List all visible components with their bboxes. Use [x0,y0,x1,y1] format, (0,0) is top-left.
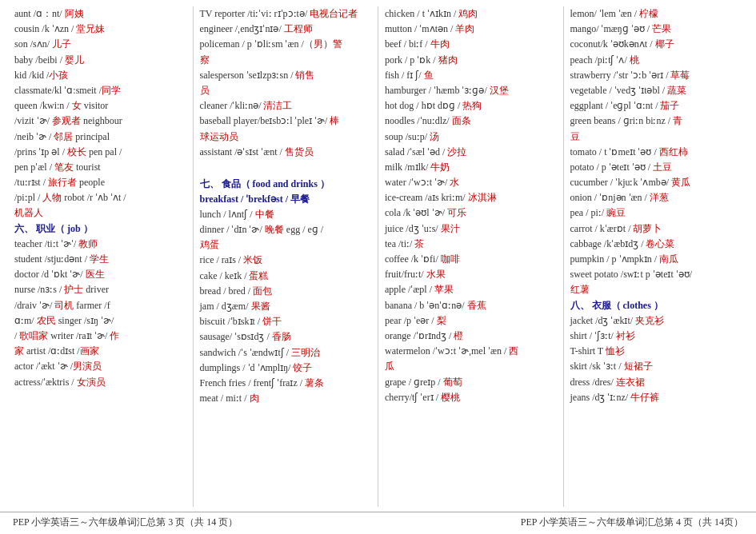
word-line: dinner / ˈdɪn ˈɚ/ 晚餐 egg / eɡ / [200,222,372,237]
word-line: rice / raɪs / 米饭 [200,253,372,268]
word-line: chicken / t ˈʌɪkɪn / 鸡肉 [385,6,557,22]
word-line: cleaner /ˈkliːnə/ 清洁工 [200,98,372,114]
column-4: lemon/ ˈlem ˈæn / 柠檬mango/ ˈmæŋɡ ˈəʊ / 芒… [564,6,749,507]
word-line: cucumber / ˈkjuːk ˈʌmbə/ 黄瓜 [570,175,742,190]
word-line: sweet potato /swɪːt p ˈəteɪt ˈəʊ/ [570,267,742,282]
word-line: salad /ˈsæl ˈəd / 沙拉 [385,145,557,160]
word-line: coffee /k ˈɒfi/ 咖啡 [385,252,557,267]
word-line: vegetable / ˈvedʒ ˈɪtəbl / 蔬菜 [570,83,742,98]
word-line: queen /kwi:n / 女 visitor [14,98,186,114]
column-2: TV reporter /tiːˈviː rɪˈpɔːtə/ 电视台记者engi… [194,6,379,507]
word-line: grape / ɡreɪp / 葡萄 [385,375,557,390]
word-line: actress/ˈæktris / 女演员 [14,375,186,390]
word-line: soup /suːp/ 汤 [385,130,557,145]
word-line: actor /ˈækt ˈɚ /男演员 [14,359,186,374]
word-line: 机器人 [14,205,186,221]
word-line: / 歌唱家 writer /raɪt ˈɚ/ 作 [14,329,186,344]
word-line: ɑːm/ 农民 singer /sɪŋ ˈɚ/ [14,313,186,329]
column-3: chicken / t ˈʌɪkɪn / 鸡肉mutton / ˈmʌtən /… [378,6,564,507]
word-line: lunch / lʌntʃ / 中餐 [200,207,372,222]
word-line: lemon/ ˈlem ˈæn / 柠檬 [570,6,742,22]
word-line: dumplings / ˈd ˈʌmplɪŋ/ 饺子 [200,361,372,376]
word-line: dress /dres/ 连衣裙 [570,375,742,390]
word-line: carrot / kˈærɒt / 胡萝卜 [570,221,742,237]
word-line: baby /beibi / 婴儿 [14,53,186,68]
word-line: TV reporter /tiːˈviː rɪˈpɔːtə/ 电视台记者 [200,6,372,22]
word-line: onion / ˈɒnjən ˈæn / 洋葱 [570,190,742,205]
word-line: 红薯 [570,282,742,297]
word-line: tea /tiː/ 茶 [385,237,557,252]
word-line: milk /mɪlk/ 牛奶 [385,160,557,175]
word-line: green beans / ɡriːn biːnz / 青 [570,114,742,129]
page-container: aunt /ɑ：nt/ 阿姨cousin /k ˈʌzn / 堂兄妹son /s… [0,0,756,534]
word-line: eggplant / ˈeɡpl ˈɑːnt / 茄子 [570,98,742,114]
word-line: apple /ˈæpl / 苹果 [385,282,557,297]
word-line: cousin /k ˈʌzn / 堂兄妹 [14,22,186,37]
word-line: biscuit /ˈbɪskɪt / 饼干 [200,314,372,329]
word-line: pork / p ˈɒk / 猪肉 [385,53,557,68]
word-line: water /ˈwɔːt ˈɚ/ 水 [385,175,557,190]
word-line: hamburger / ˈhæmb ˈɜːɡə/ 汉堡 [385,83,557,98]
word-line: 八、 衣服（ clothes ） [570,298,742,313]
word-line: assistant /əˈsɪst ˈænt / 售货员 [200,145,372,160]
word-line: cherry/tʃ ˈerɪ / 樱桃 [385,390,557,405]
word-line: /tuːrɪst / 旅行者 people [14,175,186,190]
word-line: fish / fɪ ʃ/ 鱼 [385,68,557,83]
word-line: salesperson ˈseɪlzpɜːsn / 销售 [200,68,372,83]
word-line: fruit/fruːt/ 水果 [385,267,557,282]
word-line: sausage/ ˈsɒsɪdʒ / 香肠 [200,329,372,345]
column-1: aunt /ɑ：nt/ 阿姨cousin /k ˈʌzn / 堂兄妹son /s… [8,6,194,507]
word-line: /draiv ˈɚ/ 司机 farmer /f [14,298,186,313]
word-line: pen pˈæl / 笔友 tourist [14,160,186,175]
word-line: /vizit ˈɚ/ 参观者 neighbour [14,114,186,129]
word-line: coconut/k ˈəʊkənʌt / 椰子 [570,37,742,52]
word-line: kid /kid /小孩 [14,68,186,83]
word-line: cola /k ˈəʊl ˈɚ/ 可乐 [385,205,557,221]
word-line: doctor /d ˈɒkt ˈɚ/ 医生 [14,267,186,282]
word-line: nurse /nɜːs / 护士 driver [14,282,186,297]
word-line: hot dog / hɒt dɒɡ / 热狗 [385,98,557,114]
word-line: 家 artist /ɑːdɪst /画家 [14,344,186,359]
word-line: cabbage /kˈæbɪdʒ / 卷心菜 [570,237,742,252]
word-line: 员 [200,83,372,98]
word-line: engineer /ˌendʒɪˈnɪə/ 工程师 [200,22,372,37]
word-line: tomato / t ˈɒmeɪt ˈəʊ / 西红柿 [570,145,742,160]
word-line: mango/ ˈmæŋɡ ˈəʊ / 芒果 [570,22,742,37]
word-line: jeans /dʒ ˈɪːnz/ 牛仔裤 [570,390,742,405]
word-line: 察 [200,53,372,68]
word-line: 六、 职业（ job ） [14,221,186,237]
word-line: juice /dʒ ˈuːs/ 果汁 [385,221,557,237]
word-line: noodles /ˈnuːdlz/ 面条 [385,114,557,129]
columns-wrapper: aunt /ɑ：nt/ 阿姨cousin /k ˈʌzn / 堂兄妹son /s… [0,6,756,507]
word-line: aunt /ɑ：nt/ 阿姨 [14,6,186,22]
word-line: cake / keɪk / 蛋糕 [200,269,372,284]
word-line: classmate/kl ˈɑ:smeit /同学 [14,83,186,98]
word-line: 球运动员 [200,130,372,145]
word-line: bread / bred / 面包 [200,284,372,299]
footer-right: PEP 小学英语三～六年级单词汇总第 4 页（共 14页） [521,516,743,529]
word-line: skirt /sk ˈɜːt / 短裙子 [570,359,742,374]
word-line: baseball player/beɪsbɔːl ˈpleɪ ˈɚ/ 棒 [200,114,372,129]
word-line: orange /ˈɒrɪndʒ / 橙 [385,329,557,344]
word-line: jacket /dʒ ˈækɪt/ 夹克衫 [570,313,742,329]
word-line: ice-cream /aɪs kriːm/ 冰淇淋 [385,190,557,205]
word-line: 瓜 [385,359,557,374]
word-line: pear /p ˈeər / 梨 [385,313,557,329]
word-line: 七、 食品（ food and drinks ） [200,177,372,192]
word-line: /piːpl / 人物 robot /r ˈʌb ˈʌt / [14,190,186,205]
word-line: mutton / ˈmʌtən / 羊肉 [385,22,557,37]
word-line: /prins ˈɪp əl / 校长 pen pal / [14,145,186,160]
word-line: policeman / p ˈɒliːsm ˈæn /（男）警 [200,37,372,52]
word-line: teacher /tiːt ˈɚˈ/ 教师 [14,237,186,252]
word-line: son /sʌn/ 儿子 [14,37,186,52]
word-line: shirt / ˈʃɜːt/ 衬衫 [570,329,742,344]
word-line: pumpkin / p ˈʌmpkɪn / 南瓜 [570,252,742,267]
word-line: 鸡蛋 [200,237,372,253]
word-line: jam / dʒæm/ 果酱 [200,299,372,314]
word-line: watermelon /ˈwɔːt ˈɚˌmel ˈæn / 西 [385,344,557,359]
word-line: /neib ˈɚ / 邻居 principal [14,130,186,145]
word-line: sandwich /ˈs ˈændwɪtʃ / 三明治 [200,345,372,361]
word-line: meat / miːt / 肉 [200,391,372,406]
word-line: beef / biːf / 牛肉 [385,37,557,52]
word-line: strawberry /ˈstr ˈɔːb ˈərɪ / 草莓 [570,68,742,83]
